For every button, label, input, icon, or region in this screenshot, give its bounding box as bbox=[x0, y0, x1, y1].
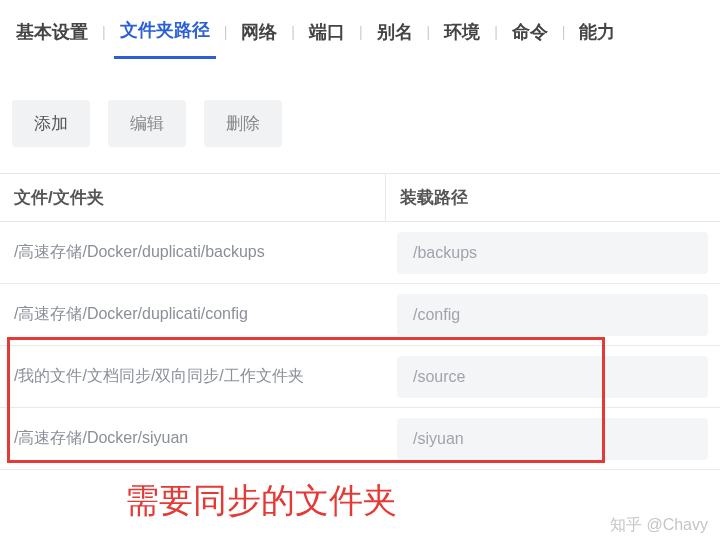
tab-capability[interactable]: 能力 bbox=[573, 12, 621, 58]
tab-bar: 基本设置 | 文件夹路径 | 网络 | 端口 | 别名 | 环境 | 命令 | … bbox=[0, 0, 720, 60]
edit-button[interactable]: 编辑 bbox=[108, 100, 186, 147]
tab-divider: | bbox=[291, 24, 295, 46]
tab-environment[interactable]: 环境 bbox=[438, 12, 486, 58]
table-row[interactable]: /高速存储/Docker/duplicati/backups bbox=[0, 222, 720, 284]
tab-basic-settings[interactable]: 基本设置 bbox=[10, 12, 94, 58]
annotation-text: 需要同步的文件夹 bbox=[125, 478, 397, 524]
tab-divider: | bbox=[494, 24, 498, 46]
path-cell: /高速存储/Docker/siyuan bbox=[0, 428, 385, 449]
tab-divider: | bbox=[102, 24, 106, 46]
table-row[interactable]: /高速存储/Docker/siyuan bbox=[0, 408, 720, 470]
header-file-folder: 文件/文件夹 bbox=[0, 174, 385, 221]
path-cell: /高速存储/Docker/duplicati/config bbox=[0, 304, 385, 325]
table-row[interactable]: /高速存储/Docker/duplicati/config bbox=[0, 284, 720, 346]
tab-divider: | bbox=[562, 24, 566, 46]
mount-input[interactable] bbox=[397, 232, 708, 274]
tab-divider: | bbox=[224, 24, 228, 46]
tab-command[interactable]: 命令 bbox=[506, 12, 554, 58]
tab-divider: | bbox=[427, 24, 431, 46]
path-cell: /高速存储/Docker/duplicati/backups bbox=[0, 242, 385, 263]
mount-input[interactable] bbox=[397, 418, 708, 460]
watermark: 知乎 @Chavy bbox=[610, 515, 708, 536]
tab-folder-path[interactable]: 文件夹路径 bbox=[114, 10, 216, 59]
header-mount-path: 装载路径 bbox=[385, 174, 720, 221]
folder-table: 文件/文件夹 装载路径 /高速存储/Docker/duplicati/backu… bbox=[0, 173, 720, 470]
mount-input[interactable] bbox=[397, 356, 708, 398]
add-button[interactable]: 添加 bbox=[12, 100, 90, 147]
toolbar: 添加 编辑 删除 bbox=[0, 60, 720, 173]
tab-divider: | bbox=[359, 24, 363, 46]
tab-port[interactable]: 端口 bbox=[303, 12, 351, 58]
delete-button[interactable]: 删除 bbox=[204, 100, 282, 147]
table-row[interactable]: /我的文件/文档同步/双向同步/工作文件夹 bbox=[0, 346, 720, 408]
path-cell: /我的文件/文档同步/双向同步/工作文件夹 bbox=[0, 366, 385, 387]
tab-network[interactable]: 网络 bbox=[235, 12, 283, 58]
tab-alias[interactable]: 别名 bbox=[371, 12, 419, 58]
mount-input[interactable] bbox=[397, 294, 708, 336]
table-header: 文件/文件夹 装载路径 bbox=[0, 173, 720, 222]
